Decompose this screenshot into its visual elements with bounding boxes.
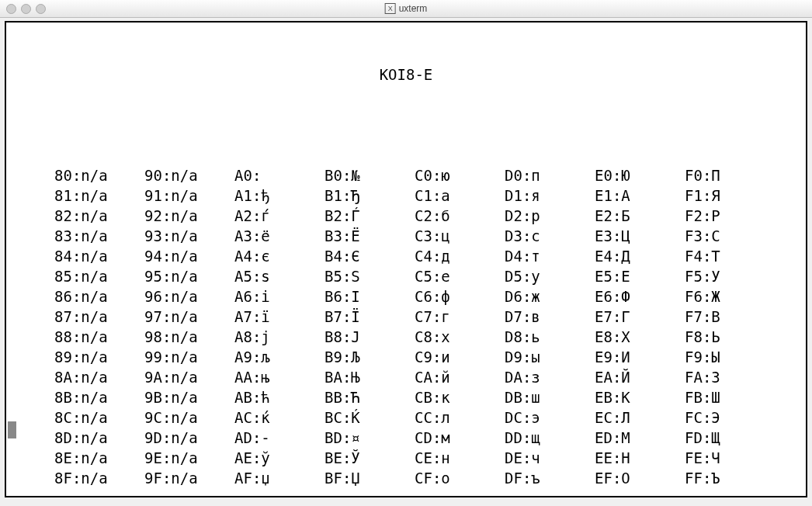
code-cell: A0: bbox=[234, 165, 324, 185]
code-cell: C1:а bbox=[415, 185, 505, 206]
code-cell: B0:№ bbox=[324, 165, 415, 185]
code-cell: E0:Ю bbox=[595, 165, 685, 185]
code-cell: A1:ђ bbox=[234, 185, 324, 206]
code-cell: C0:ю bbox=[415, 165, 505, 185]
code-cell: C3:ц bbox=[415, 226, 505, 246]
code-cell: C9:и bbox=[415, 347, 505, 367]
code-cell: 81:n/a bbox=[54, 185, 144, 206]
code-row: 8C:n/a9C:n/aAC:ќBC:ЌCC:лDC:эEC:ЛFC:Э bbox=[54, 407, 806, 428]
code-cell: 95:n/a bbox=[144, 266, 234, 286]
code-cell: D2:р bbox=[505, 206, 595, 226]
code-cell: 89:n/a bbox=[54, 347, 144, 367]
code-cell: AD:­- bbox=[234, 428, 324, 448]
code-cell: 8F:n/a bbox=[54, 468, 144, 488]
code-cell: B2:Ѓ bbox=[324, 206, 415, 226]
code-cell: FD:Щ bbox=[685, 428, 775, 448]
code-cell: F3:С bbox=[685, 226, 775, 246]
code-cell: 82:n/a bbox=[54, 206, 144, 226]
code-cell: 84:n/a bbox=[54, 246, 144, 266]
code-cell: D3:с bbox=[505, 226, 595, 246]
code-cell: F9:Ы bbox=[685, 347, 775, 367]
code-cell: ED:М bbox=[595, 428, 685, 448]
code-cell: 90:n/a bbox=[144, 165, 234, 185]
code-row: 8D:n/a9D:n/aAD:­-BD:¤CD:мDD:щED:МFD:Щ bbox=[54, 428, 806, 448]
code-cell: C8:х bbox=[415, 327, 505, 347]
code-cell: CC:л bbox=[415, 407, 505, 428]
code-cell: B6:І bbox=[324, 286, 415, 307]
code-cell: B9:Љ bbox=[324, 347, 415, 367]
code-row: 82:n/a92:n/aA2:ѓB2:ЃC2:бD2:рE2:БF2:Р bbox=[54, 206, 806, 226]
code-cell: E9:И bbox=[595, 347, 685, 367]
code-cell: A8:ј bbox=[234, 327, 324, 347]
code-cell: EC:Л bbox=[595, 407, 685, 428]
code-cell: 80:n/a bbox=[54, 165, 144, 185]
code-cell: D4:т bbox=[505, 246, 595, 266]
code-cell: AB:ћ bbox=[234, 387, 324, 407]
code-cell: FB:Ш bbox=[685, 387, 775, 407]
code-cell: DE:ч bbox=[505, 448, 595, 468]
code-cell: 92:n/a bbox=[144, 206, 234, 226]
code-row: 89:n/a99:n/aA9:љB9:ЉC9:иD9:ыE9:ИF9:Ы bbox=[54, 347, 806, 367]
code-cell: DD:щ bbox=[505, 428, 595, 448]
code-cell: A2:ѓ bbox=[234, 206, 324, 226]
code-row: 84:n/a94:n/aA4:єB4:ЄC4:дD4:тE4:ДF4:Т bbox=[54, 246, 806, 266]
code-row: 83:n/a93:n/aA3:ёB3:ЁC3:цD3:сE3:ЦF3:С bbox=[54, 226, 806, 246]
window-title: X uxterm bbox=[385, 3, 428, 14]
code-cell: B3:Ё bbox=[324, 226, 415, 246]
code-cell: BA:Њ bbox=[324, 367, 415, 387]
code-row: 87:n/a97:n/aA7:їB7:ЇC7:гD7:вE7:ГF7:В bbox=[54, 307, 806, 327]
code-cell: 87:n/a bbox=[54, 307, 144, 327]
code-cell: 9B:n/a bbox=[144, 387, 234, 407]
zoom-window-button[interactable] bbox=[36, 4, 46, 14]
code-cell: C7:г bbox=[415, 307, 505, 327]
code-cell: D8:ь bbox=[505, 327, 595, 347]
code-cell: C5:е bbox=[415, 266, 505, 286]
code-cell: DB:ш bbox=[505, 387, 595, 407]
code-cell: F4:Т bbox=[685, 246, 775, 266]
code-cell: 8A:n/a bbox=[54, 367, 144, 387]
code-cell: D6:ж bbox=[505, 286, 595, 307]
code-cell: E1:А bbox=[595, 185, 685, 206]
minimize-window-button[interactable] bbox=[21, 4, 31, 14]
code-cell: D1:я bbox=[505, 185, 595, 206]
code-row: 8E:n/a9E:n/aAE:ўBE:ЎCE:нDE:чEE:НFE:Ч bbox=[54, 448, 806, 468]
code-cell: B5:Ѕ bbox=[324, 266, 415, 286]
code-row: 88:n/a98:n/aA8:јB8:ЈC8:хD8:ьE8:ХF8:Ь bbox=[54, 327, 806, 347]
code-cell: B1:Ђ bbox=[324, 185, 415, 206]
code-cell: EF:О bbox=[595, 468, 685, 488]
code-cell: 86:n/a bbox=[54, 286, 144, 307]
code-cell: D9:ы bbox=[505, 347, 595, 367]
code-cell: B8:Ј bbox=[324, 327, 415, 347]
x11-icon: X bbox=[385, 3, 396, 14]
code-cell: E4:Д bbox=[595, 246, 685, 266]
code-row: 8A:n/a9A:n/aAA:њBA:ЊCA:йDA:зEA:ЙFA:З bbox=[54, 367, 806, 387]
code-row: 80:n/a90:n/aA0: B0:№C0:юD0:пE0:ЮF0:П bbox=[54, 165, 806, 185]
code-cell: BE:Ў bbox=[324, 448, 415, 468]
code-row: 85:n/a95:n/aA5:ѕB5:ЅC5:еD5:уE5:ЕF5:У bbox=[54, 266, 806, 286]
code-cell: EB:К bbox=[595, 387, 685, 407]
code-cell: E3:Ц bbox=[595, 226, 685, 246]
terminal[interactable]: KOI8-E 80:n/a90:n/aA0: B0:№C0:юD0:пE0:ЮF… bbox=[6, 23, 806, 496]
code-cell: B4:Є bbox=[324, 246, 415, 266]
code-cell: BC:Ќ bbox=[324, 407, 415, 428]
close-window-button[interactable] bbox=[6, 4, 16, 14]
code-row: 86:n/a96:n/aA6:іB6:ІC6:фD6:жE6:ФF6:Ж bbox=[54, 286, 806, 307]
code-cell: D0:п bbox=[505, 165, 595, 185]
code-row: 81:n/a91:n/aA1:ђB1:ЂC1:аD1:яE1:АF1:Я bbox=[54, 185, 806, 206]
code-cell: F1:Я bbox=[685, 185, 775, 206]
code-cell: B7:Ї bbox=[324, 307, 415, 327]
code-cell: C6:ф bbox=[415, 286, 505, 307]
code-cell: A6:і bbox=[234, 286, 324, 307]
code-cell: E6:Ф bbox=[595, 286, 685, 307]
code-cell: A4:є bbox=[234, 246, 324, 266]
code-cell: E7:Г bbox=[595, 307, 685, 327]
code-cell: F7:В bbox=[685, 307, 775, 327]
code-cell: 83:n/a bbox=[54, 226, 144, 246]
code-cell: FF:Ъ bbox=[685, 468, 775, 488]
code-cell: E2:Б bbox=[595, 206, 685, 226]
code-cell: CF:о bbox=[415, 468, 505, 488]
code-cell: BB:Ћ bbox=[324, 387, 415, 407]
code-cell: A3:ё bbox=[234, 226, 324, 246]
code-row: 8F:n/a9F:n/aAF:џBF:ЏCF:оDF:ъEF:ОFF:Ъ bbox=[54, 468, 806, 488]
code-cell: F2:Р bbox=[685, 206, 775, 226]
